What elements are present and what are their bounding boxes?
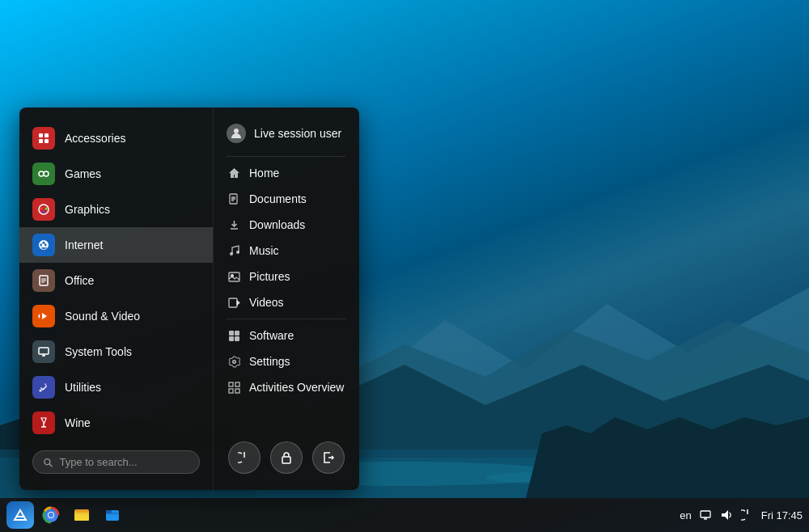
taskbar-app-files-fm[interactable] [68,501,95,529]
category-internet[interactable]: Internet [19,227,213,263]
category-graphics[interactable]: Graphics [19,192,213,227]
svg-rect-12 [44,139,49,143]
videos-icon [227,295,241,310]
lock-button[interactable] [270,441,303,474]
svg-point-32 [44,458,50,464]
menu-item-videos[interactable]: Videos [214,289,359,315]
sound-video-icon [32,305,55,327]
user-avatar [227,124,246,143]
system-tools-icon [32,340,55,363]
settings-label: Settings [249,355,290,368]
activities-label: Activities Overview [249,381,344,394]
power-button[interactable] [228,441,260,474]
svg-point-17 [40,208,43,210]
sound-video-label: Sound & Video [65,310,140,323]
home-icon [227,166,241,180]
documents-icon [227,192,241,206]
category-utilities[interactable]: Utilities [19,369,213,405]
user-name: Live session user [254,127,341,140]
svg-rect-41 [229,272,239,281]
menu-item-settings[interactable]: Settings [214,348,359,374]
svg-rect-50 [235,382,239,386]
utilities-label: Utilities [65,381,101,394]
svg-rect-10 [44,133,49,137]
menu-item-software[interactable]: Software [214,323,359,348]
divider-user [227,156,346,157]
tray-screen-icon[interactable] [698,508,713,522]
svg-rect-49 [229,382,233,386]
wine-label: Wine [65,416,91,429]
svg-rect-11 [39,139,43,143]
videos-label: Videos [249,296,284,309]
accessories-label: Accessories [65,132,125,145]
internet-icon [32,234,55,256]
svg-point-19 [43,211,45,213]
tray-power-icon[interactable] [740,508,755,522]
search-area [19,441,213,480]
category-accessories[interactable]: Accessories [19,120,213,156]
menu-item-downloads[interactable]: Downloads [214,212,359,238]
category-system-tools[interactable]: System Tools [19,334,213,369]
svg-rect-52 [235,389,239,393]
downloads-label: Downloads [249,218,305,231]
svg-marker-29 [41,418,46,423]
category-games[interactable]: Games [19,156,213,192]
category-wine[interactable]: Wine [19,405,213,441]
svg-rect-46 [235,331,239,336]
music-icon [227,243,241,258]
action-buttons [214,432,359,480]
graphics-label: Graphics [65,203,110,216]
taskbar-tray: en Fri 17:45 [680,508,803,522]
user-section[interactable]: Live session user [214,117,359,153]
svg-line-33 [49,463,53,467]
svg-marker-24 [42,313,47,319]
svg-point-14 [44,171,49,176]
app-menu: Accessories Games Graphics Internet [19,108,359,490]
category-sound-video[interactable]: Sound & Video [19,298,213,334]
svg-rect-62 [106,510,112,513]
home-label: Home [249,167,279,179]
divider-places [227,319,346,319]
logout-button[interactable] [312,441,345,474]
menu-item-activities[interactable]: Activities Overview [214,374,359,400]
menu-item-music[interactable]: Music [214,238,359,264]
downloads-icon [227,217,241,232]
games-icon [32,163,55,185]
documents-label: Documents [249,192,307,205]
menu-right-panel: Live session user Home Documents [214,108,359,490]
category-office[interactable]: Office [19,263,213,298]
menu-item-documents[interactable]: Documents [214,186,359,212]
games-label: Games [65,167,101,180]
desktop: Accessories Games Graphics Internet [0,0,809,532]
search-icon [43,457,53,468]
tray-clock: Fri 17:45 [761,509,803,521]
svg-point-34 [234,129,239,133]
svg-rect-48 [235,336,239,341]
svg-point-58 [49,513,53,517]
settings-icon [227,354,241,369]
svg-point-13 [39,171,44,176]
internet-label: Internet [65,239,103,251]
activities-icon [227,380,241,395]
menu-item-pictures[interactable]: Pictures [214,264,359,289]
search-input[interactable] [59,456,189,468]
svg-marker-54 [15,510,26,520]
taskbar-app-files[interactable] [99,501,126,529]
taskbar: en Fri 17:45 [0,498,809,532]
svg-point-39 [230,252,233,255]
accessories-icon [32,127,55,150]
taskbar-apps [6,501,126,529]
svg-rect-53 [282,457,290,463]
utilities-icon [32,376,55,399]
taskbar-app-zorin[interactable] [6,501,34,529]
svg-point-18 [45,208,48,210]
svg-point-40 [236,251,239,254]
tray-volume-icon[interactable] [719,508,734,522]
taskbar-app-chromium[interactable] [37,501,65,529]
svg-rect-9 [39,133,43,137]
svg-rect-25 [39,348,49,354]
office-icon [32,269,55,292]
svg-marker-44 [237,301,239,305]
svg-rect-60 [74,512,89,521]
menu-item-home[interactable]: Home [214,160,359,186]
